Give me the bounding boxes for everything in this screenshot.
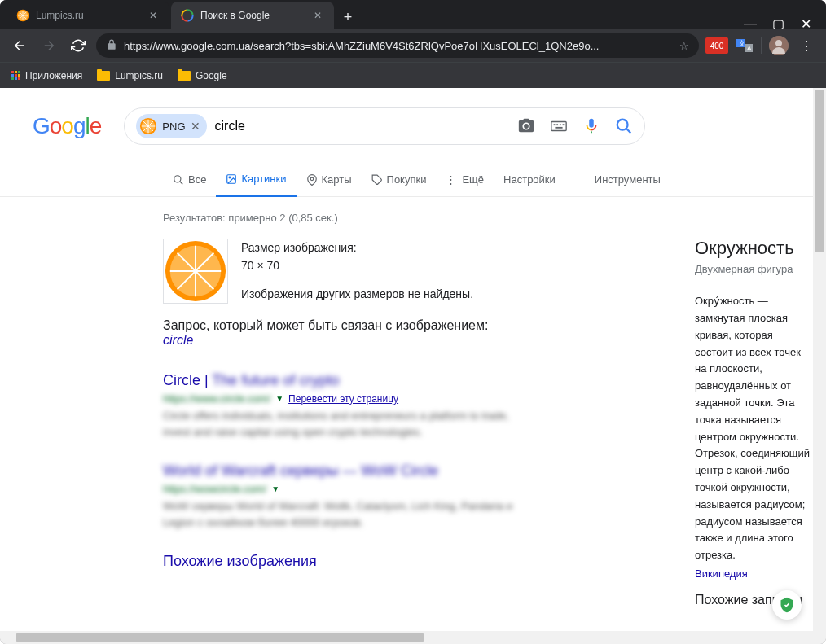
result-snippet: Circle offers individuals, institutions … <box>163 408 521 440</box>
page-content: Google PNG ✕ <box>0 88 826 644</box>
tab-title: Lumpics.ru <box>36 10 142 21</box>
result-snippet: WoW серверы World of Warcraft: Wotlk, Ca… <box>163 498 521 530</box>
translate-extension-icon[interactable]: 文A <box>735 36 754 55</box>
google-icon <box>181 9 194 22</box>
folder-label: Lumpics.ru <box>115 70 163 81</box>
folder-icon <box>178 71 191 81</box>
profile-avatar[interactable] <box>769 36 789 55</box>
bookmarks-bar: Приложения Lumpics.ru Google <box>0 62 826 88</box>
folder-icon <box>97 71 110 81</box>
microphone-icon[interactable] <box>582 117 600 135</box>
svg-point-29 <box>617 120 628 130</box>
tab-shopping[interactable]: Покупки <box>362 164 437 195</box>
result-url: https://wowcircle.com/▼ <box>163 483 521 495</box>
svg-rect-24 <box>554 124 556 125</box>
shield-badge[interactable] <box>772 590 802 620</box>
minimize-button[interactable]: — <box>745 18 756 29</box>
horizontal-scrollbar[interactable] <box>0 631 813 644</box>
bookmark-star-icon[interactable]: ☆ <box>679 40 689 52</box>
url-text: https://www.google.com.ua/search?tbs=sbi… <box>124 40 673 52</box>
maximize-button[interactable]: ▢ <box>772 18 784 29</box>
result-stats: Результатов: примерно 2 (0,85 сек.) <box>163 212 521 224</box>
tab-all[interactable]: Все <box>163 164 216 195</box>
apps-icon <box>11 71 20 80</box>
google-logo[interactable]: Google <box>33 113 101 139</box>
image-result: Размер изображения: 70 × 70 Изображения … <box>163 239 521 304</box>
svg-point-35 <box>310 177 314 181</box>
svg-text:文: 文 <box>739 40 745 47</box>
browser-tab-google[interactable]: Поиск в Google ✕ <box>171 2 334 29</box>
search-result: Circle | The future of crypto https://ww… <box>163 372 521 440</box>
tab-maps[interactable]: Карты <box>297 164 362 195</box>
svg-rect-28 <box>556 127 563 129</box>
no-other-sizes: Изображения других размеров не найдены. <box>241 285 473 303</box>
search-input[interactable] <box>215 119 510 134</box>
image-chip[interactable]: PNG ✕ <box>136 114 206 138</box>
svg-rect-25 <box>557 124 559 125</box>
google-folder[interactable]: Google <box>178 70 227 81</box>
svg-rect-23 <box>551 122 566 131</box>
vertical-scrollbar[interactable] <box>813 88 826 644</box>
tools-link[interactable]: Инструменты <box>585 164 670 195</box>
browser-tab-lumpics[interactable]: Lumpics.ru ✕ <box>7 2 169 29</box>
reload-button[interactable] <box>67 34 90 57</box>
svg-point-16 <box>775 40 782 46</box>
apps-label: Приложения <box>25 70 82 81</box>
browser-menu-button[interactable]: ⋮ <box>795 38 818 54</box>
svg-text:A: A <box>747 45 752 52</box>
result-title[interactable]: Circle | The future of crypto <box>163 372 521 389</box>
tab-title: Поиск в Google <box>200 10 306 21</box>
result-title[interactable]: World of Warcraft серверы — WoW Circle <box>163 462 521 480</box>
lock-icon <box>106 39 117 53</box>
result-thumbnail[interactable] <box>163 239 228 304</box>
kp-title: Окружность <box>695 238 813 259</box>
search-nav-tabs: Все Картинки Карты Покупки ⋮Ещё Настройк… <box>0 163 826 197</box>
related-query-link[interactable]: circle <box>163 333 193 347</box>
back-button[interactable] <box>8 34 31 57</box>
svg-rect-26 <box>560 124 561 125</box>
result-url: https://www.circle.com/▼Перевести эту ст… <box>163 392 521 405</box>
svg-point-34 <box>229 177 231 178</box>
image-size-value: 70 × 70 <box>241 256 473 274</box>
kp-description: Окру́жность — замкнутая плоская кривая, … <box>695 293 813 564</box>
similar-images-heading[interactable]: Похожие изображения <box>163 553 521 570</box>
close-icon[interactable]: ✕ <box>311 9 324 22</box>
lumpics-folder[interactable]: Lumpics.ru <box>97 70 163 81</box>
knowledge-panel: Окружность Двухмерная фигура Окру́жность… <box>683 226 813 619</box>
search-result: World of Warcraft серверы — WoW Circle h… <box>163 462 521 530</box>
new-tab-button[interactable]: + <box>336 5 360 29</box>
svg-line-30 <box>626 129 631 134</box>
svg-point-31 <box>174 175 181 182</box>
address-bar[interactable]: https://www.google.com.ua/search?tbs=sbi… <box>96 33 699 58</box>
dropdown-arrow-icon[interactable]: ▼ <box>271 484 279 493</box>
related-query: Запрос, который может быть связан с изоб… <box>163 318 521 348</box>
svg-rect-27 <box>563 124 565 125</box>
tab-images[interactable]: Картинки <box>216 163 296 197</box>
forward-button[interactable] <box>37 34 60 57</box>
keyboard-icon[interactable] <box>550 117 568 135</box>
kp-subtitle: Двухмерная фигура <box>695 262 813 277</box>
apps-bookmark[interactable]: Приложения <box>11 70 82 81</box>
settings-link[interactable]: Настройки <box>494 164 565 195</box>
tab-strip: Lumpics.ru ✕ Поиск в Google ✕ + — ▢ ✕ <box>0 0 826 29</box>
kp-source-link[interactable]: Википедия <box>695 567 748 580</box>
orange-icon <box>16 9 29 22</box>
tab-more[interactable]: ⋮Ещё <box>436 164 494 195</box>
svg-line-32 <box>180 181 183 184</box>
search-box[interactable]: PNG ✕ <box>124 107 645 145</box>
search-icon[interactable] <box>615 117 633 135</box>
dropdown-arrow-icon[interactable]: ▼ <box>275 394 283 403</box>
chip-close-icon[interactable]: ✕ <box>191 120 200 133</box>
orange-icon <box>139 117 157 135</box>
folder-label: Google <box>196 70 227 81</box>
close-icon[interactable]: ✕ <box>147 9 160 22</box>
camera-icon[interactable] <box>517 117 535 135</box>
image-size-label: Размер изображения: <box>241 239 473 256</box>
chip-label: PNG <box>162 120 185 133</box>
close-window-button[interactable]: ✕ <box>800 18 811 29</box>
translate-link[interactable]: Перевести эту страницу <box>288 393 398 405</box>
separator <box>761 37 762 54</box>
extension-badge[interactable]: 400 <box>705 37 728 54</box>
browser-toolbar: https://www.google.com.ua/search?tbs=sbi… <box>0 29 826 62</box>
